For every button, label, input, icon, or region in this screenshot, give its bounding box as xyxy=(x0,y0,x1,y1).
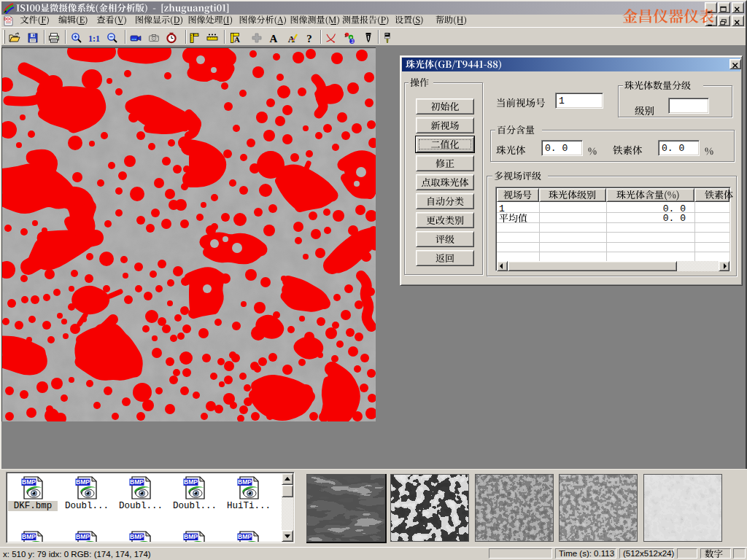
svg-text:BMP: BMP xyxy=(76,478,90,486)
svg-text:BMP: BMP xyxy=(22,533,36,540)
svg-text:A: A xyxy=(270,33,278,44)
svg-text:BMP: BMP xyxy=(238,478,252,486)
svg-text:?: ? xyxy=(306,33,312,44)
svg-text:BMP: BMP xyxy=(184,533,198,540)
svg-text:1:1: 1:1 xyxy=(88,34,100,44)
svg-text:3: 3 xyxy=(351,39,354,44)
svg-text:BMP: BMP xyxy=(130,533,144,540)
svg-text:DOC: DOC xyxy=(4,17,12,21)
svg-text:BMP: BMP xyxy=(238,533,252,540)
svg-text:BMP: BMP xyxy=(22,478,36,486)
svg-text:BMP: BMP xyxy=(130,478,144,486)
svg-text:BMP: BMP xyxy=(76,533,90,540)
svg-text:BMP: BMP xyxy=(184,478,198,486)
svg-text:A: A xyxy=(234,35,240,44)
